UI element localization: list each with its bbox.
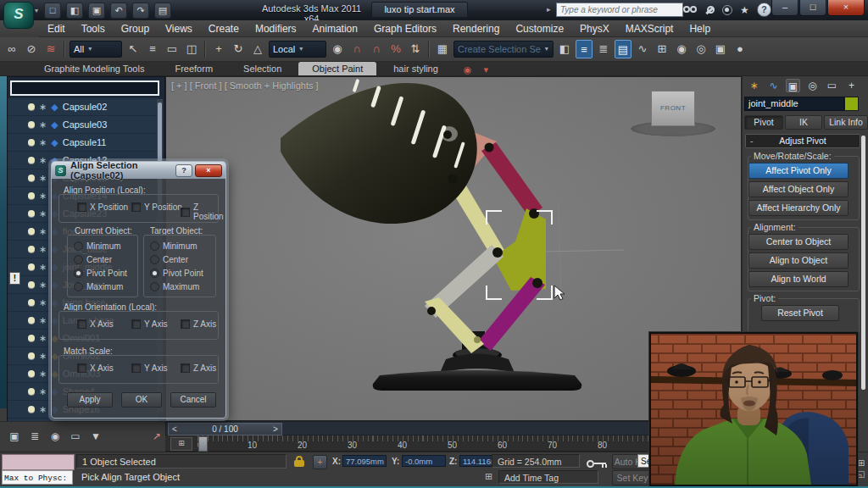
radio-circle[interactable] <box>150 241 159 251</box>
target-object-radio[interactable]: Minimum <box>150 241 198 251</box>
create-tab-icon[interactable]: ∗ <box>747 79 761 92</box>
menu-item[interactable]: Customize <box>515 23 564 35</box>
select-object-icon[interactable]: ↖ <box>125 40 142 58</box>
menu-item[interactable]: MAXScript <box>626 23 674 35</box>
notes-icon[interactable]: ▭ <box>68 429 83 444</box>
freeze-snowflake-icon[interactable]: ∗ <box>39 334 47 342</box>
radio-circle[interactable] <box>150 269 159 278</box>
search-binoculars-icon[interactable] <box>683 6 697 14</box>
save-file-icon[interactable]: ▣ <box>88 3 105 19</box>
menu-item[interactable]: Edit <box>47 23 65 35</box>
motion-tab-icon[interactable]: ◎ <box>805 79 820 92</box>
position-axis-checkbox[interactable]: Z Position <box>181 202 225 221</box>
angle-snap-icon[interactable]: ∩ <box>368 40 385 58</box>
checkbox-box[interactable] <box>131 202 141 212</box>
scale-axis-checkbox[interactable]: Y Axis <box>131 363 168 373</box>
lamp-shade[interactable] <box>281 79 477 224</box>
menu-item[interactable]: Rendering <box>453 23 499 35</box>
material-editor-icon[interactable]: ◉ <box>673 40 690 58</box>
window-crossing-icon[interactable]: ◫ <box>183 40 200 58</box>
adjust-pivot-rollout[interactable]: - Adjust Pivot <box>745 134 860 148</box>
visibility-bulb-icon[interactable] <box>28 210 35 217</box>
radio-circle[interactable] <box>150 282 159 291</box>
current-object-radio[interactable]: Center <box>74 255 112 264</box>
new-file-icon[interactable]: □ <box>44 3 61 19</box>
unlink-selection-icon[interactable]: ⊘ <box>23 40 40 58</box>
scene-object-row[interactable]: ∗ ◆ Capsule03 <box>8 116 159 134</box>
menu-item[interactable]: Group <box>121 23 149 35</box>
affect-object-only-button[interactable]: Affect Object Only <box>748 181 849 197</box>
ribbon-tab[interactable]: Selection <box>230 62 295 75</box>
freeze-snowflake-icon[interactable]: ∗ <box>39 352 47 360</box>
next-frame-icon[interactable]: > <box>270 424 281 434</box>
visibility-bulb-icon[interactable] <box>28 388 35 395</box>
apply-button[interactable]: Apply <box>67 392 113 408</box>
absolute-offset-toggle-icon[interactable]: + <box>313 455 327 469</box>
freeze-snowflake-icon[interactable]: ∗ <box>39 138 47 147</box>
help-icon[interactable]: ? <box>757 3 771 17</box>
freeze-snowflake-icon[interactable]: ∗ <box>39 387 47 396</box>
freeze-snowflake-icon[interactable]: ∗ <box>39 120 47 129</box>
visibility-bulb-icon[interactable] <box>28 299 35 306</box>
ribbon-tab[interactable]: hair styling <box>380 62 452 75</box>
render-production-icon[interactable]: ● <box>732 40 748 58</box>
scene-object-row[interactable]: ∗ ◆ Capsule11 <box>8 134 159 152</box>
rectangular-region-icon[interactable]: ▭ <box>164 40 181 58</box>
snap-toggle-icon[interactable]: ∩ <box>348 40 365 58</box>
align-selection-dialog[interactable]: S Align Selection (Capsule02) ? × Align … <box>51 161 226 419</box>
lamp-arm-crimson[interactable] <box>481 142 542 217</box>
visibility-bulb-icon[interactable] <box>28 157 35 164</box>
ok-button[interactable]: OK <box>121 392 162 408</box>
freeze-snowflake-icon[interactable]: ∗ <box>39 405 47 413</box>
radio-circle[interactable] <box>74 241 83 251</box>
trackbar-keyable-icon[interactable]: ⊞ <box>170 437 192 451</box>
visibility-bulb-icon[interactable] <box>28 281 35 288</box>
freeze-snowflake-icon[interactable]: ∗ <box>39 103 47 111</box>
visibility-bulb-icon[interactable] <box>28 246 35 252</box>
rendered-frame-window-icon[interactable]: ▣ <box>712 40 729 58</box>
ribbon-caret-icon[interactable]: ▾ <box>483 64 488 75</box>
visibility-bulb-icon[interactable] <box>28 335 35 341</box>
maxscript-mini-listener[interactable]: Max to Physc: <box>2 470 73 485</box>
radio-circle[interactable] <box>74 255 83 264</box>
checkbox-box[interactable] <box>77 202 86 212</box>
visibility-bulb-icon[interactable] <box>28 103 35 110</box>
application-logo-icon[interactable]: S <box>3 2 34 29</box>
freeze-snowflake-icon[interactable]: ∗ <box>39 209 47 218</box>
subscription-wrench-icon[interactable] <box>704 5 715 15</box>
position-axis-checkbox[interactable]: X Position <box>77 202 128 212</box>
target-object-radio[interactable]: Maximum <box>150 282 199 291</box>
set-key-button[interactable]: Set Key <box>612 470 653 485</box>
scale-axis-checkbox[interactable]: X Axis <box>77 363 114 373</box>
curve-editor-icon[interactable]: ∿ <box>634 40 651 58</box>
settings-wand-icon[interactable]: ↗ <box>149 429 164 444</box>
freeze-snowflake-icon[interactable]: ∗ <box>39 174 47 182</box>
named-selection-set-dropdown[interactable]: Create Selection Se▾ <box>453 41 554 58</box>
align-icon[interactable]: ≡ <box>576 40 593 58</box>
target-object-radio[interactable]: Center <box>150 255 188 264</box>
freeze-snowflake-icon[interactable]: ∗ <box>39 227 47 236</box>
visibility-bulb-icon[interactable] <box>28 228 35 235</box>
dialog-titlebar[interactable]: S Align Selection (Capsule02) ? × <box>52 162 225 179</box>
filter-funnel-icon[interactable]: ▼ <box>88 429 103 444</box>
checkbox-box[interactable] <box>181 208 190 217</box>
y-coordinate-field[interactable]: -0.0mm <box>402 455 446 467</box>
radio-circle[interactable] <box>74 269 83 278</box>
add-time-tag-field[interactable]: Add Time Tag <box>498 470 598 484</box>
use-pivot-center-icon[interactable]: ◉ <box>329 40 346 58</box>
geometry-filter-icon[interactable]: ◉ <box>47 429 63 444</box>
selection-filter-dropdown[interactable]: All▾ <box>70 41 122 58</box>
macro-recorder-field[interactable] <box>2 454 75 470</box>
align-to-world-button[interactable]: Align to World <box>748 271 849 287</box>
radio-circle[interactable] <box>150 255 159 264</box>
menu-item[interactable]: Animation <box>313 23 358 35</box>
display-toggle-icon[interactable]: ▣ <box>7 429 22 444</box>
hierarchy-tab-icon[interactable]: ▣ <box>786 79 800 92</box>
previous-frame-icon[interactable]: < <box>169 424 181 434</box>
open-file-icon[interactable]: ◧ <box>66 3 83 19</box>
freeze-snowflake-icon[interactable]: ∗ <box>39 316 47 324</box>
time-slider-handle[interactable]: < 0 / 100 > <box>168 423 282 435</box>
menu-item[interactable]: Create <box>209 23 239 35</box>
menu-item[interactable]: Views <box>165 23 192 35</box>
bind-to-spacewarp-icon[interactable]: ≋ <box>42 40 59 58</box>
